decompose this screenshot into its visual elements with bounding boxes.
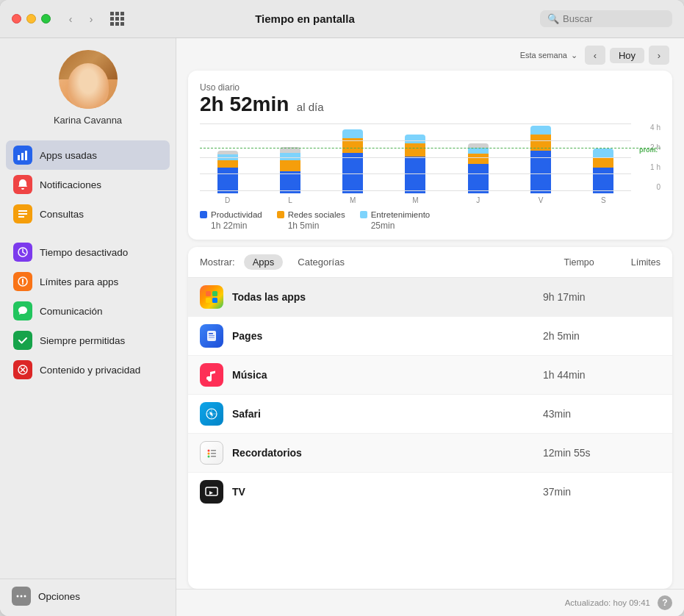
svg-rect-20 (209, 337, 215, 338)
y-axis-labels: 4 h 2 h 1 h 0 (650, 123, 660, 191)
svg-rect-15 (206, 298, 211, 303)
minimize-button[interactable] (26, 14, 36, 24)
user-profile: Karina Cavanna (0, 50, 176, 137)
maximize-button[interactable] (41, 14, 51, 24)
bar-group-m1: M (325, 123, 381, 204)
sidebar-item-contenido-privacidad[interactable]: Contenido y privacidad (6, 355, 170, 384)
tab-apps[interactable]: Apps (244, 254, 284, 270)
prev-week-button[interactable]: ‹ (585, 46, 605, 65)
bar-stack (280, 147, 300, 193)
siempre-permitidas-icon (13, 331, 32, 350)
bar-segment-entertainment (593, 148, 613, 157)
bar-label-s: S (601, 196, 606, 204)
legend-name-redes: Redes sociales (288, 210, 345, 219)
bar-segment-entertainment (468, 148, 489, 154)
sidebar-item-label: Consultas (40, 209, 84, 220)
svg-rect-5 (18, 216, 24, 218)
row-time-tv: 37min (543, 486, 616, 498)
row-time-todas-apps: 9h 17min (543, 291, 616, 303)
sidebar-item-consultas[interactable]: Consultas (6, 199, 170, 229)
table-row[interactable]: Recordatorios 12min 55s (188, 434, 672, 473)
week-selector-label: Esta semana (520, 51, 567, 60)
row-name-todas-apps: Todas las apps (232, 291, 543, 303)
bar-stack (217, 151, 238, 193)
sidebar-nav: Apps usadas Notificaciones Consultas (0, 137, 176, 579)
search-bar[interactable]: 🔍 (540, 10, 672, 27)
sidebar-item-limites-para-apps[interactable]: Límites para apps (6, 267, 170, 296)
legend-time-productividad: 1h 22min (211, 221, 262, 231)
bar-label-l: L (288, 196, 292, 204)
prom-label: prom. (639, 146, 658, 154)
sidebar-footer: Opciones (0, 579, 176, 616)
sidebar-item-siempre-permitidas[interactable]: Siempre permitidas (6, 326, 170, 355)
help-button[interactable]: ? (658, 595, 672, 610)
week-selector[interactable]: Esta semana ⌄ (520, 51, 577, 60)
bar-segment-productivity (280, 171, 300, 193)
bar-segment-social (593, 157, 613, 168)
limites-icon (13, 272, 32, 291)
window-title: Tiempo en pantalla (76, 12, 534, 25)
svg-rect-14 (212, 291, 217, 296)
legend-top: Entretenimiento (360, 210, 431, 219)
svg-point-8 (22, 283, 24, 284)
bar-chart-grid: D L (200, 123, 660, 204)
table-row[interactable]: Todas las apps 9h 17min (188, 278, 672, 317)
chart-time-display: 2h 52min al día (200, 93, 660, 116)
svg-point-12 (24, 595, 26, 598)
average-line (200, 148, 660, 148)
row-name-musica: Música (232, 369, 543, 381)
legend-time-redes: 1h 5min (288, 221, 345, 231)
week-selector-arrow: ⌄ (571, 51, 577, 60)
row-icon-tv (200, 480, 223, 504)
bar-stack (530, 126, 551, 193)
table-row[interactable]: Música 1h 44min (188, 356, 672, 395)
bar-segment-entertainment (530, 126, 551, 135)
row-icon-safari (200, 402, 223, 426)
table-row[interactable]: Pages 2h 5min (188, 317, 672, 356)
legend-top: Productividad (200, 210, 262, 219)
notificaciones-icon (13, 175, 32, 194)
sidebar-item-comunicacion[interactable]: Comunicación (6, 296, 170, 326)
next-week-button[interactable]: › (649, 46, 669, 65)
chart-time-suffix: al día (297, 101, 324, 113)
bar-chart: D L (200, 123, 660, 204)
legend-name-productividad: Productividad (211, 210, 262, 219)
updated-status: Actualizado: hoy 09:41 (565, 598, 650, 607)
week-nav: Esta semana ⌄ ‹ Hoy › (176, 38, 684, 71)
table-rows: Todas las apps 9h 17min (188, 278, 672, 511)
y-label-0: 0 (656, 183, 660, 191)
avatar (59, 50, 118, 109)
sidebar-item-label: Notificaciones (40, 179, 101, 190)
today-button[interactable]: Hoy (610, 48, 644, 63)
options-icon (12, 587, 31, 606)
bar-segment-productivity (468, 164, 489, 193)
sidebar-item-label: Comunicación (40, 306, 103, 317)
col-tiempo-header: Tiempo (564, 257, 594, 268)
bar-group-v: V (513, 123, 568, 204)
search-input[interactable] (563, 13, 665, 24)
options-item[interactable]: Opciones (12, 587, 164, 606)
svg-rect-3 (18, 210, 27, 212)
row-time-musica: 1h 44min (543, 369, 616, 381)
bar-group-l: L (262, 123, 317, 204)
bar-segment-productivity (530, 151, 551, 193)
row-icon-pages (200, 324, 223, 348)
bar-segment-productivity (217, 168, 238, 193)
table-row[interactable]: TV 37min (188, 473, 672, 511)
user-name: Karina Cavanna (54, 115, 122, 126)
sidebar-item-tiempo-desactivado[interactable]: Tiempo desactivado (6, 237, 170, 267)
main-window: ‹ › Tiempo en pantalla 🔍 (0, 0, 684, 616)
apps-usadas-icon (13, 146, 32, 165)
bar-group-d: D (200, 123, 255, 204)
bar-stack (342, 129, 363, 193)
svg-rect-2 (25, 151, 27, 160)
bar-label-d: D (225, 196, 230, 204)
table-row[interactable]: Safari 43min (188, 395, 672, 434)
svg-rect-27 (211, 453, 216, 454)
status-bar: Actualizado: hoy 09:41 ? (176, 589, 684, 616)
tab-categorias[interactable]: Categorías (289, 254, 353, 270)
sidebar-item-apps-usadas[interactable]: Apps usadas (6, 140, 170, 170)
bar-segment-productivity (405, 157, 425, 193)
close-button[interactable] (12, 14, 21, 24)
sidebar-item-notificaciones[interactable]: Notificaciones (6, 170, 170, 199)
